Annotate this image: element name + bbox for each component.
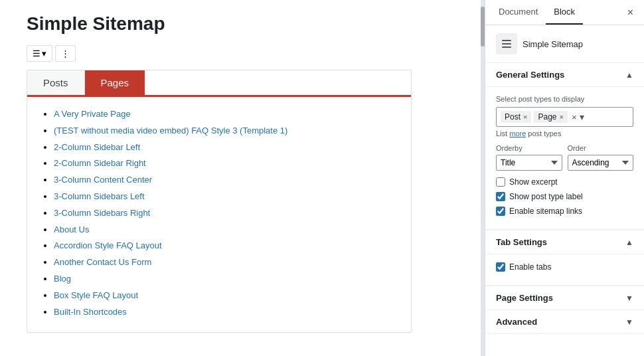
tabs-body: A Very Private Page (TEST without media …: [27, 97, 411, 332]
page-title: Simple Sitemap: [27, 13, 454, 35]
sitemap-link[interactable]: 3-Column Sidebars Right: [54, 208, 150, 218]
block-icon-row: Simple Sitemap: [485, 25, 644, 63]
checkbox-row-post-type-label: Show post type label: [496, 192, 633, 201]
sitemap-link[interactable]: Accordion Style FAQ Layout: [54, 240, 162, 250]
more-options-button[interactable]: ⋮: [55, 45, 76, 62]
tag-page: Page ×: [534, 111, 567, 123]
tags-dropdown-button[interactable]: ▾: [580, 112, 584, 122]
checkbox-row-enable-tabs: Enable tabs: [496, 262, 633, 272]
sitemap-link[interactable]: Box Style FAQ Layout: [54, 290, 138, 300]
page-settings-section: Page Settings ▼: [485, 286, 644, 310]
orderby-col: Orderby Title Date Modified ID Author: [496, 144, 562, 171]
orderby-select[interactable]: Title Date Modified ID Author: [496, 155, 562, 171]
sitemap-link[interactable]: 3-Column Content Center: [54, 175, 152, 185]
tab-chevron-up-icon: ▲: [625, 238, 633, 247]
order-select[interactable]: Ascending Descending: [568, 155, 634, 171]
chevron-up-icon: ▲: [625, 70, 633, 80]
tab-posts[interactable]: Posts: [27, 70, 85, 95]
list-more-prefix: List: [496, 130, 509, 137]
sitemap-link[interactable]: About Us: [54, 224, 89, 234]
list-item: 2-Column Sidebar Right: [54, 157, 398, 171]
tabs-container: Posts Pages A Very Private Page (TEST wi…: [27, 70, 412, 333]
order-label: Order: [568, 144, 634, 152]
sitemap-link[interactable]: Built-In Shortcodes: [54, 307, 127, 317]
tab-settings-content: Enable tabs: [485, 254, 644, 286]
dropdown-arrow-icon: ▾: [42, 48, 46, 58]
tab-block[interactable]: Block: [546, 0, 583, 25]
svg-rect-2: [502, 46, 511, 48]
block-icon: [496, 33, 517, 54]
sitemap-link[interactable]: 2-Column Sidebar Right: [54, 158, 146, 168]
page-chevron-down-icon: ▼: [625, 294, 633, 303]
tab-settings-title: Tab Settings: [496, 237, 547, 247]
enable-sitemap-links-label: Enable sitemap links: [509, 207, 582, 216]
list-item: Blog: [54, 272, 398, 286]
tag-page-label: Page: [538, 112, 556, 122]
svg-rect-1: [502, 43, 511, 44]
list-icon: ☰: [33, 48, 40, 58]
sitemap-link[interactable]: Blog: [54, 274, 71, 284]
checkbox-row-excerpt: Show excerpt: [496, 177, 633, 187]
sitemap-link[interactable]: (TEST without media video embed) FAQ Sty…: [54, 126, 287, 135]
tab-pages[interactable]: Pages: [85, 70, 145, 95]
show-excerpt-checkbox[interactable]: [496, 177, 505, 187]
list-item: About Us: [54, 223, 398, 237]
sitemap-list: A Very Private Page (TEST without media …: [40, 108, 398, 319]
checkbox-row-sitemap-links: Enable sitemap links: [496, 207, 633, 216]
tab-settings-section: Tab Settings ▲ Enable tabs: [485, 230, 644, 286]
orderby-label: Orderby: [496, 144, 562, 152]
list-item: A Very Private Page: [54, 108, 398, 122]
list-style-button[interactable]: ☰ ▾: [27, 45, 52, 62]
advanced-section: Advanced ▼: [485, 310, 644, 334]
sidebar-tab-bar: Document Block ×: [485, 0, 644, 25]
list-item: (TEST without media video embed) FAQ Sty…: [54, 124, 398, 138]
list-more-link: List more post types: [496, 130, 633, 137]
general-settings-content: Select post types to display Post × Page…: [485, 87, 644, 230]
order-col: Order Ascending Descending: [568, 144, 634, 171]
advanced-header[interactable]: Advanced ▼: [485, 310, 644, 333]
clear-tags-button[interactable]: ×: [572, 112, 577, 122]
order-row: Orderby Title Date Modified ID Author Or…: [496, 144, 633, 171]
list-item: Box Style FAQ Layout: [54, 289, 398, 303]
post-types-label: Select post types to display: [496, 95, 633, 103]
main-content: Simple Sitemap ☰ ▾ ⋮ Posts Pages A Very …: [0, 0, 481, 356]
tab-settings-header[interactable]: Tab Settings ▲: [485, 230, 644, 254]
checkboxes-group: Show excerpt Show post type label Enable…: [496, 177, 633, 216]
advanced-chevron-down-icon: ▼: [625, 317, 633, 327]
scrollbar-area: [481, 0, 485, 356]
tag-post-label: Post: [505, 112, 521, 122]
list-item: 3-Column Content Center: [54, 173, 398, 187]
tab-document[interactable]: Document: [491, 0, 546, 25]
advanced-title: Advanced: [496, 317, 537, 327]
settings-sidebar: Document Block × Simple Sitemap General …: [485, 0, 644, 356]
general-settings-title: General Settings: [496, 70, 564, 80]
page-settings-header[interactable]: Page Settings ▼: [485, 286, 644, 310]
enable-tabs-checkbox[interactable]: [496, 262, 505, 272]
list-item: Accordion Style FAQ Layout: [54, 239, 398, 253]
tag-post-remove[interactable]: ×: [523, 114, 527, 121]
show-post-type-label-checkbox[interactable]: [496, 192, 505, 201]
scrollbar-thumb[interactable]: [481, 7, 485, 46]
page-settings-title: Page Settings: [496, 293, 553, 303]
close-sidebar-button[interactable]: ×: [622, 4, 639, 21]
list-item: 2-Column Sidebar Left: [54, 141, 398, 155]
list-item: Built-In Shortcodes: [54, 306, 398, 319]
block-toolbar: ☰ ▾ ⋮: [27, 45, 454, 62]
tag-page-remove[interactable]: ×: [559, 114, 563, 121]
more-link[interactable]: more: [509, 130, 526, 137]
show-post-type-label-text: Show post type label: [509, 192, 583, 201]
enable-sitemap-links-checkbox[interactable]: [496, 207, 505, 216]
list-item: 3-Column Sidebars Left: [54, 190, 398, 204]
sitemap-link[interactable]: Another Contact Us Form: [54, 257, 151, 267]
general-settings-section: General Settings ▲ Select post types to …: [485, 63, 644, 230]
post-types-input[interactable]: Post × Page × × ▾: [496, 107, 633, 127]
sitemap-link[interactable]: 3-Column Sidebars Left: [54, 191, 145, 201]
enable-tabs-label: Enable tabs: [509, 262, 551, 272]
general-settings-header[interactable]: General Settings ▲: [485, 63, 644, 87]
sitemap-link[interactable]: 2-Column Sidebar Left: [54, 142, 140, 152]
block-icon-label: Simple Sitemap: [523, 39, 583, 49]
show-excerpt-label: Show excerpt: [509, 177, 558, 187]
more-options-icon: ⋮: [61, 48, 70, 58]
sitemap-link[interactable]: A Very Private Page: [54, 109, 131, 119]
list-more-suffix: post types: [526, 130, 561, 137]
